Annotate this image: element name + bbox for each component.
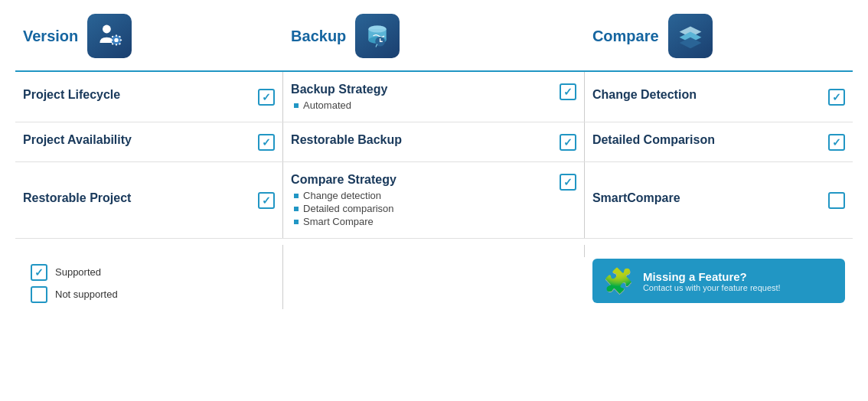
- row3-version-feature: Restorable Project: [23, 191, 275, 209]
- row2-backup-name: Restorable Backup: [291, 133, 552, 147]
- row3-backup-sub-text-3: Smart Compare: [303, 216, 374, 227]
- legend-not-supported: Not supported: [31, 285, 267, 303]
- backup-icon-box: [355, 14, 400, 58]
- row1-version-checkbox: [258, 89, 275, 106]
- legend-not-supported-checkbox: [31, 286, 47, 303]
- row1-backup-subitems: Automated: [294, 99, 552, 111]
- row-1: Project Lifecycle Backup Strategy Automa…: [15, 72, 853, 122]
- compare-icon: [677, 22, 704, 50]
- row3-backup-name: Compare Strategy: [291, 173, 396, 186]
- row1-compare-cell: Change Detection: [585, 72, 853, 122]
- row1-compare-name: Change Detection: [592, 88, 821, 102]
- compare-title: Compare: [592, 28, 659, 45]
- missing-feature-section: 🧩 Missing a Feature? Contact us with you…: [585, 245, 853, 309]
- row2-version-feature: Project Availability: [23, 133, 275, 151]
- row2-version-cell: Project Availability: [15, 122, 283, 161]
- bullet-icon-2: [294, 207, 299, 211]
- row-2: Project Availability Restorable Backup D…: [15, 122, 853, 162]
- row3-backup-feature: Compare Strategy Change detection Detail…: [291, 173, 576, 227]
- row3-version-cell: Restorable Project: [15, 162, 283, 238]
- row2-compare-feature: Detailed Comparison: [592, 133, 845, 151]
- row1-compare-feature: Change Detection: [592, 88, 845, 106]
- row3-backup-cell: Compare Strategy Change detection Detail…: [283, 162, 585, 238]
- row3-backup-subitem-2: Detailed comparison: [294, 203, 552, 214]
- row1-version-cell: Project Lifecycle: [15, 72, 283, 122]
- missing-feature-subtitle: Contact us with your feature request!: [643, 283, 781, 292]
- row2-compare-name: Detailed Comparison: [592, 133, 821, 147]
- row1-backup-cell: Backup Strategy Automated: [283, 72, 585, 122]
- legend-supported-checkbox: [31, 264, 47, 281]
- row1-compare-checkbox: [828, 89, 845, 106]
- svg-marker-18: [679, 37, 701, 48]
- svg-rect-4: [116, 44, 117, 46]
- row2-compare-checkbox: [828, 134, 845, 151]
- legend-supported: Supported: [31, 263, 267, 281]
- legend-section: Supported Not supported: [15, 245, 283, 309]
- row-3: Restorable Project Compare Strategy Chan…: [15, 162, 853, 239]
- row2-backup-cell: Restorable Backup: [283, 122, 585, 161]
- row1-backup-subitem-1: Automated: [294, 99, 552, 111]
- legend: Supported Not supported: [23, 263, 275, 303]
- bullet-icon: [294, 103, 299, 108]
- version-title: Version: [23, 28, 78, 45]
- row3-backup-checkbox: [560, 174, 576, 191]
- row1-backup-sub-text: Automated: [303, 99, 351, 111]
- row3-compare-name: SmartCompare: [592, 191, 821, 205]
- svg-point-2: [115, 38, 119, 42]
- bottom-section: Supported Not supported 🧩 Missing a Feat…: [15, 239, 853, 315]
- bullet-icon-1: [294, 194, 299, 198]
- row1-version-feature: Project Lifecycle: [23, 88, 275, 106]
- row2-backup-feature: Restorable Backup: [291, 133, 576, 151]
- row1-backup-checkbox: [560, 83, 576, 100]
- legend-supported-label: Supported: [55, 266, 101, 278]
- row1-version-name: Project Lifecycle: [23, 88, 250, 102]
- table-header: Version Backup: [15, 8, 853, 72]
- row2-backup-checkbox: [560, 134, 576, 151]
- svg-rect-3: [116, 34, 117, 37]
- compare-column-header: Compare: [585, 8, 853, 64]
- row3-backup-sub-text-2: Detailed comparison: [303, 203, 394, 214]
- missing-feature-banner[interactable]: 🧩 Missing a Feature? Contact us with you…: [592, 259, 845, 303]
- row3-version-checkbox: [258, 192, 275, 209]
- row2-version-checkbox: [258, 134, 275, 151]
- row3-backup-subitems: Change detection Detailed comparison Sma…: [294, 190, 552, 227]
- svg-rect-6: [120, 40, 122, 41]
- backup-icon: [364, 22, 391, 50]
- row3-compare-cell: SmartCompare: [585, 162, 853, 238]
- row3-backup-subitem-3: Smart Compare: [294, 216, 552, 227]
- svg-point-0: [103, 25, 111, 34]
- row3-compare-checkbox-unchecked: [828, 192, 845, 209]
- bullet-icon-3: [294, 220, 299, 224]
- svg-rect-5: [111, 40, 113, 41]
- backup-column-header: Backup: [283, 8, 585, 64]
- version-icon-box: [87, 14, 132, 58]
- puzzle-icon: 🧩: [603, 266, 634, 295]
- missing-feature-text-block: Missing a Feature? Contact us with your …: [643, 270, 781, 292]
- svg-point-14: [369, 26, 387, 33]
- row3-backup-sub-text-1: Change detection: [303, 190, 381, 201]
- row3-compare-feature: SmartCompare: [592, 191, 845, 209]
- row2-compare-cell: Detailed Comparison: [585, 122, 853, 161]
- legend-not-supported-label: Not supported: [55, 289, 118, 300]
- bottom-backup-spacer: [283, 245, 585, 257]
- compare-icon-box: [668, 14, 713, 58]
- version-icon: [96, 22, 123, 50]
- row1-backup-name: Backup Strategy: [291, 83, 387, 96]
- version-column-header: Version: [15, 8, 283, 64]
- row3-version-name: Restorable Project: [23, 191, 250, 205]
- backup-title: Backup: [291, 28, 346, 45]
- row3-backup-subitem-1: Change detection: [294, 190, 552, 201]
- missing-feature-title: Missing a Feature?: [643, 270, 781, 283]
- row2-version-name: Project Availability: [23, 133, 250, 147]
- row1-backup-feature: Backup Strategy Automated: [291, 83, 576, 111]
